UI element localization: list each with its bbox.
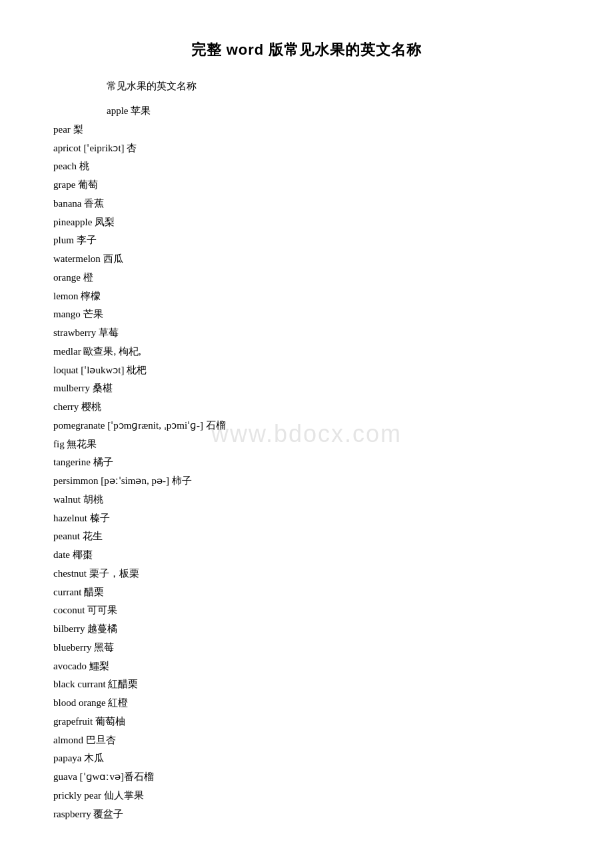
subtitle: 常见水果的英文名称 bbox=[107, 80, 560, 93]
list-item: apple 苹果 bbox=[107, 102, 560, 121]
list-item: grapefruit 葡萄柚 bbox=[53, 713, 560, 731]
list-item: lemon 檸檬 bbox=[53, 287, 560, 306]
list-item: coconut 可可果 bbox=[53, 601, 560, 620]
list-item: date 椰棗 bbox=[53, 546, 560, 565]
list-item: mango 芒果 bbox=[53, 305, 560, 324]
list-item: banana 香蕉 bbox=[53, 195, 560, 213]
list-item: chestnut 栗子，板栗 bbox=[53, 565, 560, 583]
list-item: apricot [ˈeiprikɔt] 杏 bbox=[53, 139, 560, 158]
list-item: raspberry 覆盆子 bbox=[53, 805, 560, 824]
page-title: 完整 word 版常见水果的英文名称 bbox=[53, 40, 560, 60]
list-item: pear 梨 bbox=[53, 121, 560, 139]
list-item: tangerine 橘子 bbox=[53, 453, 560, 472]
list-item: guava [ˈɡwɑːvə]番石榴 bbox=[53, 768, 560, 787]
list-item: blood orange 紅橙 bbox=[53, 694, 560, 713]
list-item: grape 葡萄 bbox=[53, 176, 560, 195]
list-item: persimmon [pəːˈsimən, pə-] 柿子 bbox=[53, 472, 560, 491]
list-item: loquat [ˈləukwɔt] 枇杷 bbox=[53, 361, 560, 380]
list-item: peach 桃 bbox=[53, 157, 560, 176]
list-item: pomegranate [ˈpɔmɡrænit, ˌpɔmiˈɡ-] 石榴 bbox=[53, 417, 560, 435]
list-item: blueberry 黑莓 bbox=[53, 639, 560, 657]
list-item: avocado 鱷梨 bbox=[53, 657, 560, 676]
list-item: almond 巴旦杏 bbox=[53, 731, 560, 750]
list-item: watermelon 西瓜 bbox=[53, 250, 560, 269]
list-item: fig 無花果 bbox=[53, 435, 560, 454]
list-item: pineapple 凤梨 bbox=[53, 213, 560, 232]
list-item: mulberry 桑椹 bbox=[53, 379, 560, 398]
fruit-list: apple 苹果pear 梨apricot [ˈeiprikɔt] 杏peach… bbox=[53, 102, 560, 823]
list-item: peanut 花生 bbox=[53, 527, 560, 546]
list-item: medlar 歐查果, 枸杞, bbox=[53, 343, 560, 361]
list-item: hazelnut 榛子 bbox=[53, 509, 560, 528]
list-item: cherry 樱桃 bbox=[53, 398, 560, 417]
list-item: orange 橙 bbox=[53, 269, 560, 287]
list-item: strawberry 草莓 bbox=[53, 324, 560, 343]
list-item: walnut 胡桃 bbox=[53, 491, 560, 509]
list-item: bilberry 越蔓橘 bbox=[53, 620, 560, 639]
list-item: currant 醋栗 bbox=[53, 583, 560, 602]
list-item: black currant 紅醋栗 bbox=[53, 675, 560, 694]
list-item: papaya 木瓜 bbox=[53, 749, 560, 768]
list-item: plum 李子 bbox=[53, 231, 560, 250]
list-item: prickly pear 仙人掌果 bbox=[53, 787, 560, 805]
